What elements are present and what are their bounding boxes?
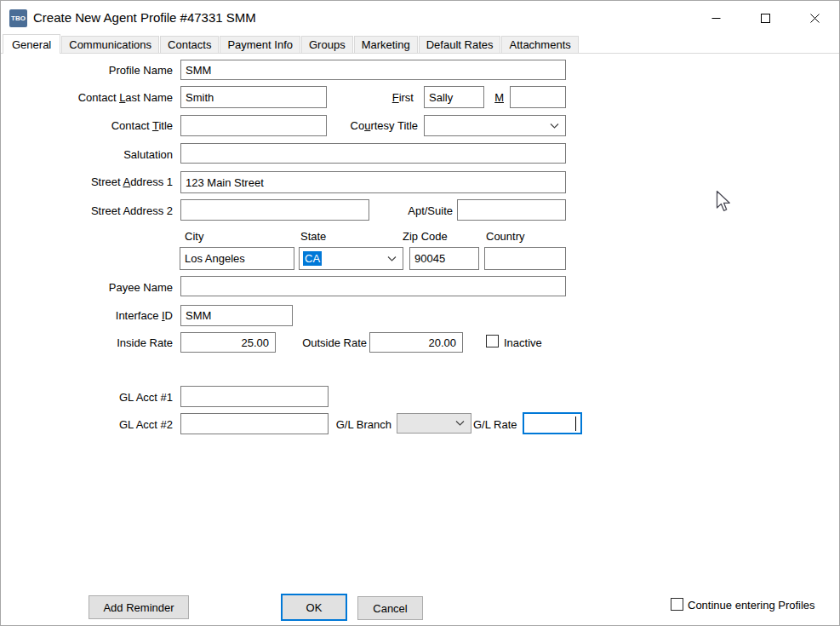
gl-acct-1-label: GL Acct #1: [18, 391, 173, 405]
tab-communications[interactable]: Communications: [61, 36, 159, 53]
zip-code-header-label: Zip Code: [403, 230, 448, 244]
minimize-button[interactable]: [696, 1, 735, 35]
maximize-button[interactable]: [746, 1, 785, 35]
street-address-2-input[interactable]: [180, 199, 369, 221]
tab-strip: General Communications Contacts Payment …: [1, 35, 839, 54]
chevron-down-icon: [455, 421, 465, 427]
state-selected-value: CA: [303, 251, 322, 266]
add-reminder-button[interactable]: Add Reminder: [89, 595, 189, 619]
gl-acct-2-input[interactable]: [180, 413, 329, 434]
street-address-2-label: Street Address 2: [18, 204, 173, 218]
chevron-down-icon: [387, 256, 397, 261]
title-bar: TBO Create New Agent Profile #47331 SMM: [1, 1, 839, 35]
inactive-checkbox[interactable]: [486, 335, 499, 347]
zip-code-input[interactable]: [409, 247, 479, 270]
app-icon: TBO: [9, 9, 27, 27]
payee-name-input[interactable]: [180, 276, 566, 296]
courtesy-title-dropdown[interactable]: [424, 115, 566, 136]
state-dropdown[interactable]: CA: [299, 247, 403, 270]
mouse-cursor-icon: [716, 190, 733, 215]
gl-rate-input[interactable]: [523, 412, 582, 434]
country-input[interactable]: [484, 247, 566, 270]
interface-id-input[interactable]: [180, 305, 293, 326]
city-input[interactable]: [180, 247, 294, 270]
inside-rate-input[interactable]: [180, 332, 276, 353]
minimize-icon: [711, 14, 721, 23]
outside-rate-label: Outside Rate: [296, 336, 367, 350]
tab-marketing[interactable]: Marketing: [354, 36, 418, 53]
salutation-input[interactable]: [180, 143, 566, 164]
continue-entering-profiles-label: Continue entering Profiles: [688, 599, 815, 612]
contact-last-name-input[interactable]: [180, 86, 327, 108]
continue-entering-profiles-checkbox[interactable]: [671, 598, 683, 611]
gl-acct-1-input[interactable]: [180, 386, 329, 407]
street-address-1-label: Street Address 1: [18, 175, 173, 189]
create-agent-profile-dialog: TBO Create New Agent Profile #47331 SMM …: [0, 0, 840, 626]
outside-rate-input[interactable]: [369, 332, 463, 353]
tab-contacts[interactable]: Contacts: [160, 36, 219, 53]
gl-branch-dropdown[interactable]: [397, 413, 471, 434]
apt-suite-input[interactable]: [457, 199, 566, 221]
contact-title-label: Contact Title: [18, 119, 173, 133]
gl-acct-2-label: GL Acct #2: [18, 418, 173, 432]
contact-last-name-label: Contact Last Name: [18, 91, 173, 105]
maximize-icon: [761, 14, 770, 23]
gl-branch-label: G/L Branch: [333, 418, 391, 432]
courtesy-title-label: Courtesy Title: [337, 119, 418, 133]
middle-initial-label: M: [492, 91, 504, 105]
street-address-1-input[interactable]: [180, 171, 566, 193]
interface-id-label: Interface ID: [18, 309, 173, 323]
ok-button[interactable]: OK: [281, 594, 347, 621]
middle-initial-input[interactable]: [510, 86, 566, 108]
tab-general[interactable]: General: [3, 34, 60, 54]
tab-groups[interactable]: Groups: [301, 36, 353, 53]
profile-name-input[interactable]: [180, 60, 566, 80]
salutation-label: Salutation: [18, 148, 173, 162]
tab-payment-info[interactable]: Payment Info: [220, 36, 300, 53]
chevron-down-icon: [550, 123, 559, 129]
contact-title-input[interactable]: [180, 115, 327, 136]
apt-suite-label: Apt/Suite: [392, 204, 453, 218]
close-button[interactable]: [795, 1, 834, 35]
profile-name-label: Profile Name: [18, 64, 173, 78]
payee-name-label: Payee Name: [18, 281, 173, 295]
close-icon: [810, 14, 820, 23]
tab-default-rates[interactable]: Default Rates: [419, 36, 501, 53]
state-header-label: State: [300, 230, 326, 244]
first-name-input[interactable]: [424, 86, 484, 108]
window-title: Create New Agent Profile #47331 SMM: [33, 10, 256, 25]
inactive-label: Inactive: [504, 336, 542, 350]
text-caret: [575, 416, 576, 431]
cancel-button[interactable]: Cancel: [357, 596, 423, 620]
country-header-label: Country: [486, 230, 525, 244]
tab-attachments[interactable]: Attachments: [501, 36, 578, 53]
inside-rate-label: Inside Rate: [18, 336, 173, 350]
city-header-label: City: [185, 230, 203, 244]
first-name-label: First: [367, 91, 414, 105]
gl-rate-label: G/L Rate: [473, 418, 517, 432]
